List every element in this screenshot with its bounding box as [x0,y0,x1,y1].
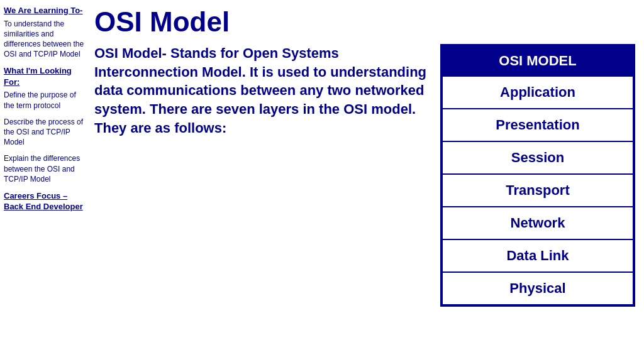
osi-model-table: OSI MODEL Application Presentation Sessi… [441,45,634,305]
sidebar-looking-section: What I'm Looking For: Define the purpose… [4,65,84,110]
page-title: OSI Model [94,6,635,38]
osi-layer-session: Session [442,141,633,174]
osi-header-row: OSI MODEL [442,46,633,76]
osi-layer-presentation: Presentation [442,109,633,141]
sidebar-careers-section: Careers Focus – Back End Developer [4,190,84,212]
description-text: OSI Model- Stands for Open Systems Inter… [94,44,430,137]
osi-layer-presentation-cell: Presentation [442,109,633,141]
osi-layer-transport: Transport [442,174,633,207]
osi-layer-physical-cell: Physical [442,272,633,305]
learning-item-1: To understand the similarities and diffe… [4,19,84,60]
sidebar-describe-section: Describe the process of the OSI and TCP/… [4,117,84,148]
osi-layer-network-cell: Network [442,207,633,239]
osi-layer-application: Application [442,76,633,109]
osi-layer-datalink-cell: Data Link [442,239,633,272]
osi-layer-datalink: Data Link [442,239,633,272]
sidebar-explain-section: Explain the differences between the OSI … [4,153,84,184]
we-are-learning-link[interactable]: We Are Learning To- [4,6,82,15]
looking-item-1: Define the purpose of the term protocol [4,90,84,110]
careers-focus-link[interactable]: Careers Focus – Back End Developer [4,191,83,212]
osi-layer-transport-cell: Transport [442,174,633,207]
sidebar: We Are Learning To- To understand the si… [0,0,88,362]
osi-layer-network: Network [442,207,633,239]
sidebar-learning-section: We Are Learning To- To understand the si… [4,5,84,59]
what-looking-link[interactable]: What I'm Looking For: [4,66,72,87]
osi-layer-application-cell: Application [442,76,633,109]
content-area: OSI Model- Stands for Open Systems Inter… [94,44,635,307]
osi-layer-physical: Physical [442,272,633,305]
looking-item-2: Describe the process of the OSI and TCP/… [4,117,84,148]
osi-table-container: OSI MODEL Application Presentation Sessi… [440,44,635,307]
osi-table-header: OSI MODEL [442,46,633,76]
looking-item-3: Explain the differences between the OSI … [4,153,84,184]
main-content: OSI Model OSI Model- Stands for Open Sys… [88,0,644,362]
osi-layer-session-cell: Session [442,141,633,174]
